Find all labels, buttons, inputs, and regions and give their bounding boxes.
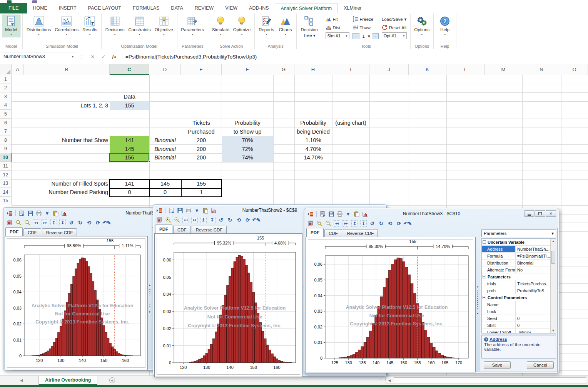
rotate-left-icon[interactable]: ↺ — [68, 219, 75, 226]
cell-D9[interactable]: Binomial — [149, 144, 181, 153]
save-button[interactable]: Save — [484, 361, 511, 369]
decision-tree-button[interactable]: DecisionTree ▾ — [299, 15, 319, 39]
reset-all-button[interactable]: Reset All — [382, 24, 407, 31]
cell-E13[interactable]: 155 — [181, 179, 222, 188]
spin-up-icon[interactable]: ⟲ — [86, 219, 92, 226]
scroll-left-icon[interactable]: ◀ — [386, 379, 393, 382]
copy-report-icon[interactable] — [168, 207, 175, 214]
cell-H9[interactable]: 4.70% — [294, 144, 332, 153]
dropdown-caret-icon[interactable]: ▾ — [345, 211, 351, 217]
row-header-6[interactable]: 6 — [0, 119, 12, 127]
row-header-14[interactable]: 14 — [0, 188, 12, 197]
parameter-row[interactable]: Shift0 — [482, 322, 556, 329]
extend-up-icon[interactable]: ↥ — [50, 219, 57, 226]
ribbon-tab-file[interactable]: FILE — [0, 3, 27, 13]
zoom-in-icon[interactable] — [165, 217, 171, 223]
vertical-scrollbar[interactable]: ▲▼ — [550, 239, 556, 333]
ribbon-tab-page-layout[interactable]: PAGE LAYOUT — [82, 3, 127, 13]
ribbon-tab-add-ins[interactable]: ADD-INS — [243, 3, 274, 13]
column-header-i[interactable]: I — [332, 64, 369, 75]
zoom-in-icon[interactable] — [15, 219, 22, 226]
cell-H10[interactable]: 14.70% — [294, 153, 332, 162]
cell-F8[interactable]: 70% — [222, 136, 273, 145]
column-header-b[interactable]: B — [24, 64, 110, 75]
decisions-button[interactable]: Decisions▾ — [104, 15, 127, 37]
undo-edit-icon[interactable]: ↶✎ — [104, 219, 110, 226]
charts-button[interactable]: Charts▾ — [276, 15, 294, 37]
model-button[interactable]: Model▾ — [2, 15, 20, 37]
column-header-n[interactable]: N — [522, 64, 561, 75]
close-button[interactable]: ✕ — [546, 210, 556, 217]
spin-up-icon[interactable]: ⟲ — [387, 220, 393, 227]
paste-icon[interactable] — [353, 211, 360, 217]
cancel-entry-icon[interactable]: ✕ — [87, 54, 98, 60]
cell-H8[interactable]: 1.10% — [294, 136, 332, 145]
tab-pdf[interactable]: PDF — [5, 227, 23, 236]
save-icon[interactable] — [32, 0, 37, 3]
spin-down-icon[interactable]: ⟳ — [244, 217, 251, 223]
cell-C8[interactable]: 141 — [110, 136, 149, 145]
chart-icon[interactable] — [210, 207, 217, 214]
spin-up-icon[interactable]: ⟲ — [236, 217, 242, 223]
name-box[interactable]: NumberThatShow3 ▾ — [1, 52, 76, 61]
cell-D14[interactable]: 0 — [149, 188, 181, 197]
cancel-button[interactable]: Cancel — [527, 361, 554, 369]
row-header-1[interactable]: 1 — [0, 75, 12, 84]
parameters-selector[interactable]: Parameters▾ — [481, 230, 556, 237]
extend-down-icon[interactable]: ↧ — [360, 220, 367, 227]
print-icon[interactable] — [35, 210, 42, 216]
row-header-4[interactable]: 4 — [0, 101, 12, 110]
paste-icon[interactable] — [202, 207, 209, 214]
extend-right-icon[interactable]: ↦ — [342, 220, 349, 227]
cell-F6[interactable]: Probability — [222, 119, 273, 127]
row-header-3[interactable]: 3 — [0, 92, 12, 101]
add-sheet-icon[interactable]: + — [109, 377, 115, 383]
parameter-row[interactable]: AddressNumberThatSh... — [482, 246, 556, 253]
cell-E9[interactable]: 200 — [181, 144, 222, 153]
zoom-out-icon[interactable] — [24, 219, 30, 226]
tab-cdf[interactable]: CDF — [324, 229, 342, 237]
ribbon-tab-insert[interactable]: INSERT — [53, 3, 82, 13]
cell-B8[interactable]: Number that Show — [24, 136, 110, 145]
rotate-right-icon[interactable]: ↻ — [77, 219, 84, 226]
cell-E8[interactable]: 200 — [181, 136, 222, 145]
collapse-icon[interactable]: − — [483, 296, 486, 299]
column-header-m[interactable]: M — [485, 64, 522, 75]
cell-H7[interactable]: being Denied — [294, 127, 332, 136]
scrollbar-thumb[interactable] — [394, 377, 586, 383]
extend-up-icon[interactable]: ↥ — [200, 217, 207, 223]
cell-C9[interactable]: 145 — [110, 144, 149, 153]
parameter-row[interactable]: Formula=PsiBinomial(Ti... — [482, 253, 556, 260]
cell-C14[interactable]: 0 — [110, 188, 149, 197]
save-icon[interactable] — [177, 207, 183, 214]
column-header-j[interactable]: J — [369, 64, 409, 75]
ribbon-tab-view[interactable]: VIEW — [219, 3, 243, 13]
cell-B14[interactable]: Number Denied Parking — [24, 188, 110, 197]
dist-button[interactable]: Dist — [326, 24, 349, 31]
chevron-down-icon[interactable]: ▾ — [368, 34, 370, 39]
correlations-button[interactable]: Correlations▾ — [53, 15, 80, 37]
images-icon[interactable] — [6, 219, 13, 226]
navigator-icon[interactable] — [156, 207, 162, 214]
column-header-l[interactable]: L — [446, 64, 485, 75]
chart-window-titlebar[interactable]: ▾NumberThatShow3 - $C$10✕ — [306, 209, 558, 219]
column-header-c[interactable]: C — [110, 64, 149, 75]
ribbon-tab-analytic-solver-platform[interactable]: Analytic Solver Platform — [275, 3, 338, 13]
column-header-f[interactable]: F — [222, 64, 273, 75]
panel-splitter[interactable]: ▸▸ — [148, 227, 152, 369]
cell-F7[interactable]: to Show up — [222, 127, 273, 136]
cell-C4[interactable]: 155 — [110, 101, 149, 110]
options-button[interactable]: Options▾ — [413, 15, 432, 37]
chart-icon[interactable] — [61, 210, 67, 216]
parameter-row[interactable]: trialsTicketsPurchas... — [482, 280, 556, 287]
collapse-icon[interactable]: − — [483, 275, 486, 278]
row-header-15[interactable]: 15 — [0, 197, 12, 206]
extend-right-icon[interactable]: ↦ — [42, 219, 48, 226]
images-icon[interactable] — [156, 217, 162, 223]
column-header-g[interactable]: G — [273, 64, 294, 75]
ribbon-tab-xlminer[interactable]: XLMiner — [338, 3, 368, 13]
dropdown-caret-icon[interactable]: ▾ — [44, 210, 50, 216]
navigator-icon[interactable] — [6, 210, 13, 216]
extend-left-icon[interactable]: ↤ — [334, 220, 340, 227]
column-header-h[interactable]: H — [294, 64, 332, 75]
